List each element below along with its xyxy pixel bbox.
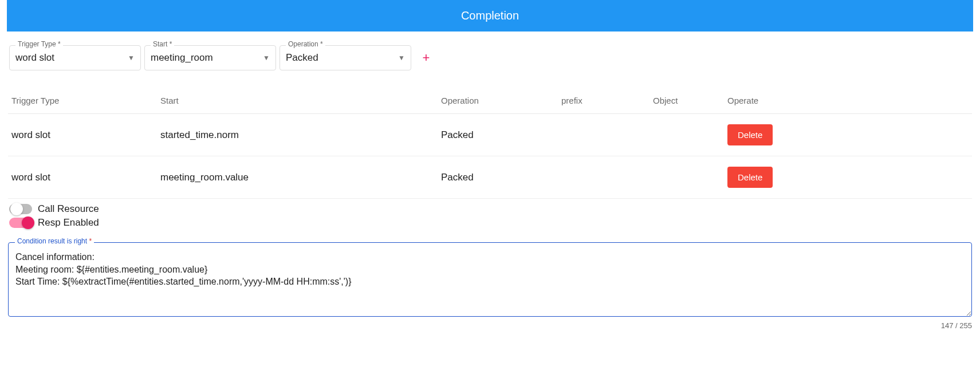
add-button[interactable]: + — [415, 45, 438, 70]
cell-operation: Packed — [438, 156, 558, 199]
start-select[interactable]: Start * meeting_room ▼ — [144, 45, 276, 70]
cell-operation: Packed — [438, 114, 558, 156]
filters-row: Trigger Type * word slot ▼ Start * meeti… — [8, 45, 972, 70]
delete-button[interactable]: Delete — [727, 167, 773, 188]
start-label: Start * — [151, 40, 174, 48]
trigger-type-select[interactable]: Trigger Type * word slot ▼ — [9, 45, 141, 70]
th-object: Object — [650, 90, 724, 114]
condition-result-label: Condition result is right * — [15, 237, 94, 245]
th-operation: Operation — [438, 90, 558, 114]
operation-select[interactable]: Operation * Packed ▼ — [280, 45, 411, 70]
condition-result-field: Condition result is right * 147 / 255 — [8, 242, 972, 330]
page-title: Completion — [7, 0, 973, 31]
toggle-knob — [10, 203, 23, 215]
rules-table: Trigger Type Start Operation prefix Obje… — [8, 90, 972, 199]
resp-enabled-label: Resp Enabled — [38, 217, 99, 229]
trigger-type-value: word slot — [15, 52, 128, 64]
plus-icon: + — [423, 50, 430, 65]
trigger-type-label: Trigger Type * — [15, 40, 63, 48]
operation-value: Packed — [286, 52, 398, 64]
cell-start: meeting_room.value — [157, 156, 438, 199]
cell-prefix — [558, 114, 650, 156]
cell-object — [650, 156, 724, 199]
table-row: word slot started_time.norm Packed Delet… — [8, 114, 972, 156]
cell-object — [650, 114, 724, 156]
delete-button[interactable]: Delete — [727, 124, 773, 145]
th-prefix: prefix — [558, 90, 650, 114]
cell-trigger-type: word slot — [8, 114, 157, 156]
call-resource-toggle[interactable] — [9, 204, 32, 214]
resp-enabled-toggle[interactable] — [9, 218, 32, 228]
cell-prefix — [558, 156, 650, 199]
cell-start: started_time.norm — [157, 114, 438, 156]
table-row: word slot meeting_room.value Packed Dele… — [8, 156, 972, 199]
cell-operate: Delete — [724, 156, 972, 199]
condition-result-textarea[interactable] — [8, 242, 972, 317]
th-operate: Operate — [724, 90, 972, 114]
th-start: Start — [157, 90, 438, 114]
char-counter: 147 / 255 — [8, 321, 972, 330]
chevron-down-icon: ▼ — [263, 54, 270, 62]
toggle-knob — [22, 216, 34, 229]
start-value: meeting_room — [151, 52, 263, 64]
chevron-down-icon: ▼ — [128, 54, 135, 62]
cell-operate: Delete — [724, 114, 972, 156]
th-trigger-type: Trigger Type — [8, 90, 157, 114]
call-resource-label: Call Resource — [38, 203, 99, 215]
chevron-down-icon: ▼ — [398, 54, 405, 62]
cell-trigger-type: word slot — [8, 156, 157, 199]
toggles-section: Call Resource Resp Enabled — [8, 203, 972, 229]
operation-label: Operation * — [286, 40, 325, 48]
